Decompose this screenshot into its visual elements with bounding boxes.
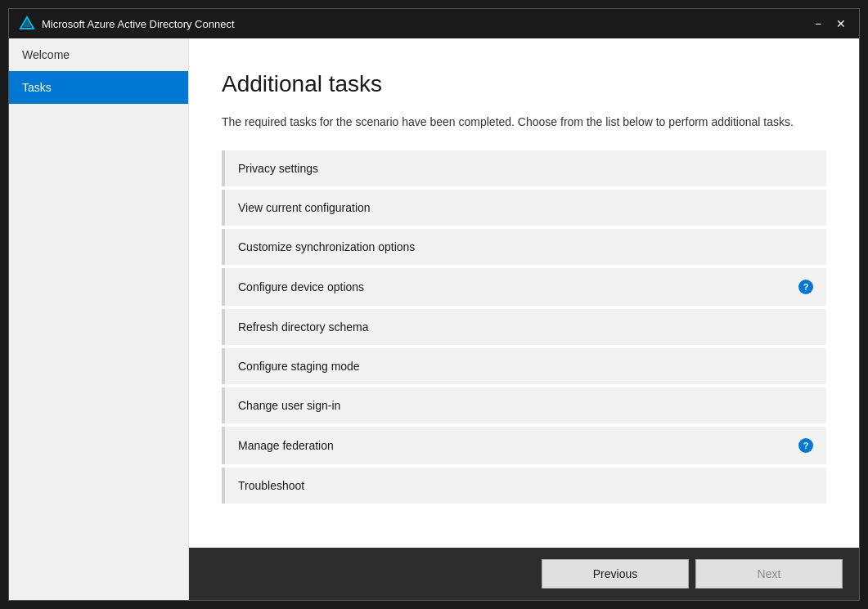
title-bar: Microsoft Azure Active Directory Connect… <box>9 9 859 38</box>
task-label-user-signin: Change user sign-in <box>238 399 813 412</box>
minimize-button[interactable]: − <box>810 18 826 29</box>
app-window: Microsoft Azure Active Directory Connect… <box>8 8 860 601</box>
task-item-manage-federation[interactable]: Manage federation ? <box>222 427 826 464</box>
page-title: Additional tasks <box>222 71 826 97</box>
task-item-customize-sync[interactable]: Customize synchronization options <box>222 229 826 265</box>
task-label-view-config: View current configuration <box>238 201 813 214</box>
help-icon-device-options[interactable]: ? <box>798 280 813 294</box>
previous-button[interactable]: Previous <box>542 559 689 589</box>
sidebar-item-welcome[interactable]: Welcome <box>9 38 188 71</box>
task-list: Privacy settings View current configurat… <box>222 150 826 507</box>
next-button[interactable]: Next <box>695 559 843 589</box>
content-area: Additional tasks The required tasks for … <box>189 38 859 548</box>
main-content: Additional tasks The required tasks for … <box>189 38 859 600</box>
task-item-privacy[interactable]: Privacy settings <box>222 150 826 186</box>
footer: Previous Next <box>189 548 859 600</box>
task-item-user-signin[interactable]: Change user sign-in <box>222 387 826 423</box>
azure-logo-icon <box>19 16 35 32</box>
task-label-refresh-schema: Refresh directory schema <box>238 320 813 334</box>
task-label-customize-sync: Customize synchronization options <box>238 240 813 253</box>
page-description: The required tasks for the scenario have… <box>222 114 826 131</box>
task-item-view-config[interactable]: View current configuration <box>222 190 826 226</box>
task-item-device-options[interactable]: Configure device options ? <box>222 268 826 306</box>
task-label-staging-mode: Configure staging mode <box>238 360 813 373</box>
task-label-privacy: Privacy settings <box>238 162 813 175</box>
help-icon-manage-federation[interactable]: ? <box>798 438 813 453</box>
task-label-device-options: Configure device options <box>238 280 792 293</box>
window-body: Welcome Tasks Additional tasks The requi… <box>9 38 859 600</box>
task-label-manage-federation: Manage federation <box>238 439 792 452</box>
window-title: Microsoft Azure Active Directory Connect <box>42 18 803 30</box>
close-button[interactable]: ✕ <box>833 18 849 29</box>
window-controls: − ✕ <box>810 18 849 29</box>
task-item-staging-mode[interactable]: Configure staging mode <box>222 348 826 384</box>
sidebar-item-welcome-label: Welcome <box>22 48 70 61</box>
sidebar-item-tasks-label: Tasks <box>22 81 52 94</box>
sidebar-item-tasks[interactable]: Tasks <box>9 71 188 104</box>
task-item-refresh-schema[interactable]: Refresh directory schema <box>222 309 826 345</box>
sidebar: Welcome Tasks <box>9 38 189 600</box>
task-item-troubleshoot[interactable]: Troubleshoot <box>222 468 826 504</box>
task-label-troubleshoot: Troubleshoot <box>238 479 813 492</box>
